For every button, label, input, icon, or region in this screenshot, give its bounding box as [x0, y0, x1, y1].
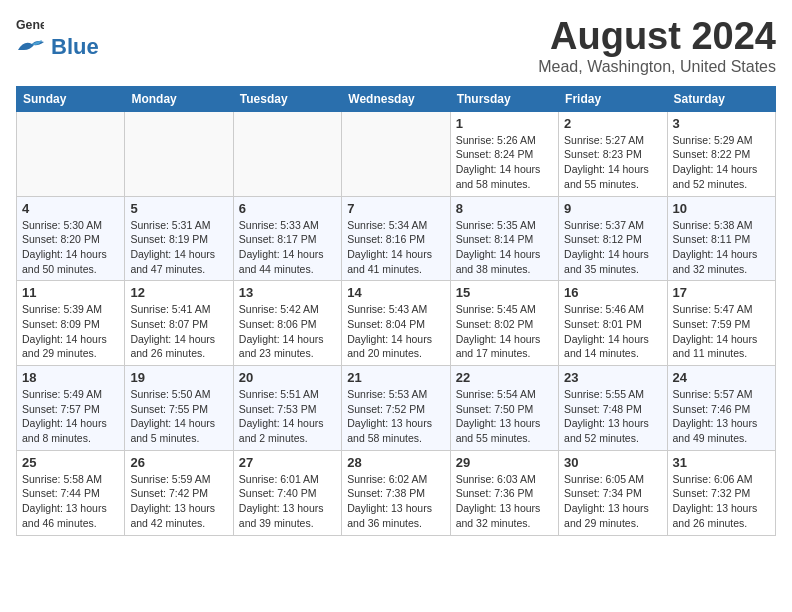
page-title: August 2024 [538, 16, 776, 58]
calendar-cell: 29Sunrise: 6:03 AM Sunset: 7:36 PM Dayli… [450, 450, 558, 535]
day-number: 1 [456, 116, 553, 131]
calendar-cell: 11Sunrise: 5:39 AM Sunset: 8:09 PM Dayli… [17, 281, 125, 366]
day-number: 19 [130, 370, 227, 385]
calendar-cell: 1Sunrise: 5:26 AM Sunset: 8:24 PM Daylig… [450, 111, 558, 196]
day-header-wednesday: Wednesday [342, 86, 450, 111]
calendar-cell: 5Sunrise: 5:31 AM Sunset: 8:19 PM Daylig… [125, 196, 233, 281]
calendar-cell: 27Sunrise: 6:01 AM Sunset: 7:40 PM Dayli… [233, 450, 341, 535]
day-info: Sunrise: 5:57 AM Sunset: 7:46 PM Dayligh… [673, 387, 770, 446]
bird-icon [16, 36, 48, 58]
day-number: 24 [673, 370, 770, 385]
day-info: Sunrise: 5:50 AM Sunset: 7:55 PM Dayligh… [130, 387, 227, 446]
day-number: 3 [673, 116, 770, 131]
day-info: Sunrise: 5:58 AM Sunset: 7:44 PM Dayligh… [22, 472, 119, 531]
calendar-cell [233, 111, 341, 196]
calendar-cell [17, 111, 125, 196]
calendar-week-row: 1Sunrise: 5:26 AM Sunset: 8:24 PM Daylig… [17, 111, 776, 196]
day-number: 17 [673, 285, 770, 300]
day-info: Sunrise: 5:37 AM Sunset: 8:12 PM Dayligh… [564, 218, 661, 277]
calendar-cell: 22Sunrise: 5:54 AM Sunset: 7:50 PM Dayli… [450, 366, 558, 451]
day-info: Sunrise: 5:54 AM Sunset: 7:50 PM Dayligh… [456, 387, 553, 446]
calendar-cell: 19Sunrise: 5:50 AM Sunset: 7:55 PM Dayli… [125, 366, 233, 451]
calendar-cell: 4Sunrise: 5:30 AM Sunset: 8:20 PM Daylig… [17, 196, 125, 281]
day-header-sunday: Sunday [17, 86, 125, 111]
day-header-thursday: Thursday [450, 86, 558, 111]
day-info: Sunrise: 5:31 AM Sunset: 8:19 PM Dayligh… [130, 218, 227, 277]
calendar-cell: 31Sunrise: 6:06 AM Sunset: 7:32 PM Dayli… [667, 450, 775, 535]
svg-text:General: General [16, 18, 44, 32]
calendar-cell: 7Sunrise: 5:34 AM Sunset: 8:16 PM Daylig… [342, 196, 450, 281]
day-number: 30 [564, 455, 661, 470]
day-number: 22 [456, 370, 553, 385]
calendar-cell: 23Sunrise: 5:55 AM Sunset: 7:48 PM Dayli… [559, 366, 667, 451]
logo-text: Blue [51, 34, 99, 60]
day-number: 16 [564, 285, 661, 300]
day-number: 2 [564, 116, 661, 131]
day-info: Sunrise: 5:55 AM Sunset: 7:48 PM Dayligh… [564, 387, 661, 446]
day-info: Sunrise: 5:51 AM Sunset: 7:53 PM Dayligh… [239, 387, 336, 446]
logo-icon: General [16, 16, 44, 34]
calendar-cell: 30Sunrise: 6:05 AM Sunset: 7:34 PM Dayli… [559, 450, 667, 535]
day-number: 18 [22, 370, 119, 385]
day-number: 7 [347, 201, 444, 216]
day-number: 11 [22, 285, 119, 300]
calendar-cell: 10Sunrise: 5:38 AM Sunset: 8:11 PM Dayli… [667, 196, 775, 281]
calendar-cell: 24Sunrise: 5:57 AM Sunset: 7:46 PM Dayli… [667, 366, 775, 451]
calendar-header-row: SundayMondayTuesdayWednesdayThursdayFrid… [17, 86, 776, 111]
day-header-friday: Friday [559, 86, 667, 111]
day-number: 29 [456, 455, 553, 470]
day-info: Sunrise: 5:49 AM Sunset: 7:57 PM Dayligh… [22, 387, 119, 446]
day-info: Sunrise: 5:27 AM Sunset: 8:23 PM Dayligh… [564, 133, 661, 192]
calendar-cell: 14Sunrise: 5:43 AM Sunset: 8:04 PM Dayli… [342, 281, 450, 366]
day-header-monday: Monday [125, 86, 233, 111]
calendar-cell: 12Sunrise: 5:41 AM Sunset: 8:07 PM Dayli… [125, 281, 233, 366]
day-info: Sunrise: 6:05 AM Sunset: 7:34 PM Dayligh… [564, 472, 661, 531]
day-info: Sunrise: 5:33 AM Sunset: 8:17 PM Dayligh… [239, 218, 336, 277]
day-info: Sunrise: 5:41 AM Sunset: 8:07 PM Dayligh… [130, 302, 227, 361]
calendar-cell: 20Sunrise: 5:51 AM Sunset: 7:53 PM Dayli… [233, 366, 341, 451]
calendar-cell: 18Sunrise: 5:49 AM Sunset: 7:57 PM Dayli… [17, 366, 125, 451]
calendar-cell: 9Sunrise: 5:37 AM Sunset: 8:12 PM Daylig… [559, 196, 667, 281]
calendar-week-row: 4Sunrise: 5:30 AM Sunset: 8:20 PM Daylig… [17, 196, 776, 281]
day-number: 4 [22, 201, 119, 216]
calendar-cell: 13Sunrise: 5:42 AM Sunset: 8:06 PM Dayli… [233, 281, 341, 366]
day-number: 25 [22, 455, 119, 470]
calendar-cell: 21Sunrise: 5:53 AM Sunset: 7:52 PM Dayli… [342, 366, 450, 451]
day-number: 6 [239, 201, 336, 216]
day-info: Sunrise: 5:43 AM Sunset: 8:04 PM Dayligh… [347, 302, 444, 361]
day-number: 26 [130, 455, 227, 470]
calendar-cell [125, 111, 233, 196]
calendar-cell: 3Sunrise: 5:29 AM Sunset: 8:22 PM Daylig… [667, 111, 775, 196]
calendar-cell: 6Sunrise: 5:33 AM Sunset: 8:17 PM Daylig… [233, 196, 341, 281]
day-number: 5 [130, 201, 227, 216]
calendar-cell [342, 111, 450, 196]
day-number: 28 [347, 455, 444, 470]
day-info: Sunrise: 5:38 AM Sunset: 8:11 PM Dayligh… [673, 218, 770, 277]
calendar-cell: 15Sunrise: 5:45 AM Sunset: 8:02 PM Dayli… [450, 281, 558, 366]
calendar-cell: 28Sunrise: 6:02 AM Sunset: 7:38 PM Dayli… [342, 450, 450, 535]
calendar-week-row: 18Sunrise: 5:49 AM Sunset: 7:57 PM Dayli… [17, 366, 776, 451]
day-info: Sunrise: 5:26 AM Sunset: 8:24 PM Dayligh… [456, 133, 553, 192]
calendar-week-row: 25Sunrise: 5:58 AM Sunset: 7:44 PM Dayli… [17, 450, 776, 535]
day-number: 13 [239, 285, 336, 300]
day-header-saturday: Saturday [667, 86, 775, 111]
day-number: 8 [456, 201, 553, 216]
day-number: 27 [239, 455, 336, 470]
day-number: 23 [564, 370, 661, 385]
day-info: Sunrise: 6:03 AM Sunset: 7:36 PM Dayligh… [456, 472, 553, 531]
day-info: Sunrise: 5:47 AM Sunset: 7:59 PM Dayligh… [673, 302, 770, 361]
day-info: Sunrise: 5:46 AM Sunset: 8:01 PM Dayligh… [564, 302, 661, 361]
day-info: Sunrise: 5:29 AM Sunset: 8:22 PM Dayligh… [673, 133, 770, 192]
calendar-cell: 17Sunrise: 5:47 AM Sunset: 7:59 PM Dayli… [667, 281, 775, 366]
calendar-week-row: 11Sunrise: 5:39 AM Sunset: 8:09 PM Dayli… [17, 281, 776, 366]
page-header: General Blue August 2024 Mead, Washingto… [16, 16, 776, 76]
calendar-cell: 2Sunrise: 5:27 AM Sunset: 8:23 PM Daylig… [559, 111, 667, 196]
day-number: 20 [239, 370, 336, 385]
day-info: Sunrise: 5:39 AM Sunset: 8:09 PM Dayligh… [22, 302, 119, 361]
day-number: 10 [673, 201, 770, 216]
day-info: Sunrise: 5:45 AM Sunset: 8:02 PM Dayligh… [456, 302, 553, 361]
day-number: 15 [456, 285, 553, 300]
day-number: 9 [564, 201, 661, 216]
day-info: Sunrise: 5:30 AM Sunset: 8:20 PM Dayligh… [22, 218, 119, 277]
day-info: Sunrise: 6:06 AM Sunset: 7:32 PM Dayligh… [673, 472, 770, 531]
